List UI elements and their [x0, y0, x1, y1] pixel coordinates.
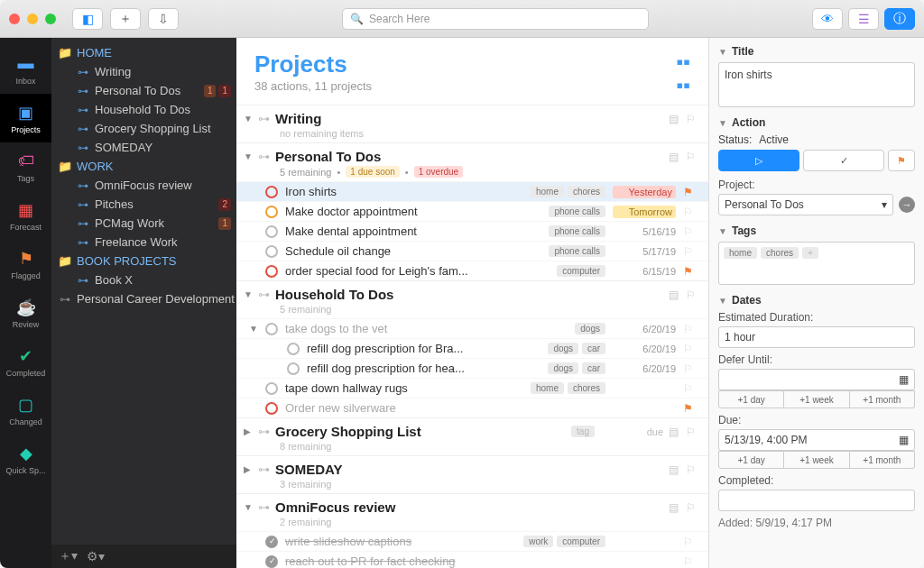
- task-row[interactable]: Iron shirtshomechoresYesterday⚑: [236, 181, 708, 201]
- inspector-button[interactable]: ☰: [848, 8, 879, 30]
- status-active-button[interactable]: ▷: [718, 150, 799, 171]
- task-row[interactable]: Make doctor appointmentphone callsTomorr…: [236, 201, 708, 221]
- defer-plus-month[interactable]: +1 month: [850, 390, 915, 408]
- calendar-icon[interactable]: ▦: [899, 373, 909, 386]
- status-circle-icon[interactable]: [265, 402, 278, 415]
- status-circle-icon[interactable]: [287, 343, 300, 355]
- nav-completed[interactable]: ✔Completed: [0, 337, 51, 386]
- chevron-down-icon[interactable]: ▼: [244, 151, 253, 161]
- tree-folder-home[interactable]: 📁HOME: [51, 43, 236, 62]
- status-circle-icon[interactable]: [265, 186, 278, 198]
- nav-flagged[interactable]: ⚑Flagged: [0, 240, 51, 289]
- tree-item-career[interactable]: ⊶Personal Career Development: [51, 289, 236, 308]
- status-circle-icon[interactable]: [265, 265, 278, 278]
- flag-icon[interactable]: ⚐: [686, 113, 696, 125]
- task-row[interactable]: write slideshow captionsworkcomputer⚐: [236, 531, 708, 551]
- chevron-down-icon[interactable]: ▼: [244, 114, 253, 124]
- flag-icon[interactable]: ⚑: [683, 186, 696, 198]
- due-plus-day[interactable]: +1 day: [718, 451, 784, 469]
- flag-icon[interactable]: ⚑: [683, 265, 696, 278]
- calendar-icon[interactable]: ▦: [899, 434, 909, 446]
- flag-icon[interactable]: ⚐: [683, 555, 696, 568]
- flag-icon[interactable]: ⚐: [686, 426, 696, 438]
- note-icon[interactable]: ▤: [669, 501, 679, 514]
- chevron-down-icon[interactable]: ▼: [718, 118, 727, 128]
- tree-item-bookx[interactable]: ⊶Book X: [51, 270, 236, 289]
- flag-icon[interactable]: ⚐: [686, 501, 696, 514]
- tree-folder-book[interactable]: 📁BOOK PROJECTS: [51, 252, 236, 270]
- flag-icon[interactable]: ⚐: [686, 289, 696, 301]
- tree-item-freelance[interactable]: ⊶Freelance Work: [51, 233, 236, 252]
- chevron-down-icon[interactable]: ▼: [718, 47, 727, 57]
- tree-item-household[interactable]: ⊶Household To Dos: [51, 100, 236, 119]
- status-completed-button[interactable]: ✓: [803, 150, 884, 171]
- tree-item-pcmag[interactable]: ⊶PCMag Work1: [51, 214, 236, 233]
- chevron-down-icon[interactable]: ▼: [718, 296, 727, 306]
- tags-input[interactable]: home chores +: [718, 242, 915, 285]
- nav-tags[interactable]: 🏷Tags: [0, 142, 51, 191]
- flag-icon[interactable]: ⚐: [683, 343, 696, 355]
- task-row[interactable]: reach out to PR for fact checking⚐: [236, 551, 708, 568]
- chevron-down-icon[interactable]: ▼: [249, 324, 258, 334]
- task-row[interactable]: Schedule oil changephone calls5/17/19⚐: [236, 241, 708, 261]
- download-button[interactable]: ⇩: [148, 8, 179, 30]
- nav-review[interactable]: ☕Review: [0, 289, 51, 337]
- project-header-grocery[interactable]: ▶ ⊶ Grocery Shopping List tag due ▤⚐: [236, 418, 708, 441]
- goto-project-button[interactable]: →: [899, 197, 915, 213]
- zoom-icon[interactable]: [45, 14, 56, 24]
- defer-input[interactable]: ▦: [718, 369, 915, 390]
- tree-folder-work[interactable]: 📁WORK: [51, 157, 236, 176]
- flag-icon[interactable]: ⚐: [683, 225, 696, 238]
- flag-icon[interactable]: ⚐: [686, 463, 696, 476]
- project-header-household[interactable]: ▼ ⊶ Household To Dos ▤⚐: [236, 281, 708, 304]
- nav-inbox[interactable]: ▬Inbox: [0, 45, 51, 94]
- nav-projects[interactable]: ▣Projects: [0, 94, 51, 142]
- search-input[interactable]: 🔍 Search Here: [342, 8, 649, 30]
- task-row[interactable]: refill dog prescription for hea...dogsca…: [236, 358, 708, 378]
- task-row[interactable]: refill dog prescription for Bra...dogsca…: [236, 338, 708, 358]
- task-row[interactable]: tape down hallway rugshomechores⚐: [236, 378, 708, 398]
- status-circle-icon[interactable]: [265, 323, 278, 335]
- defer-plus-week[interactable]: +1 week: [784, 390, 849, 408]
- flag-icon[interactable]: ⚐: [683, 323, 696, 335]
- flag-toggle-button[interactable]: ⚑: [888, 150, 915, 171]
- info-button[interactable]: ⓘ: [884, 8, 915, 30]
- new-button[interactable]: ＋: [110, 8, 141, 30]
- note-icon[interactable]: ▤: [669, 463, 679, 476]
- flag-icon[interactable]: ⚐: [683, 362, 696, 375]
- status-circle-icon[interactable]: [287, 362, 300, 375]
- title-input[interactable]: Iron shirts: [718, 62, 915, 107]
- toggle-sidebar-button[interactable]: ◧: [72, 8, 103, 30]
- task-row[interactable]: order special food for Leigh's fam...com…: [236, 261, 708, 280]
- chevron-down-icon[interactable]: ▼: [244, 502, 253, 512]
- project-header-omnifocus[interactable]: ▼ ⊶ OmniFocus review ▤⚐: [236, 494, 708, 517]
- status-circle-icon[interactable]: [265, 245, 278, 258]
- gear-icon[interactable]: ⚙▾: [87, 549, 105, 563]
- defer-plus-day[interactable]: +1 day: [718, 390, 784, 408]
- project-header-personal[interactable]: ▼ ⊶ Personal To Dos ▤⚐: [236, 143, 708, 166]
- project-header-writing[interactable]: ▼ ⊶ Writing ▤⚐: [236, 105, 708, 128]
- project-select[interactable]: Personal To Dos▾: [718, 194, 893, 215]
- status-circle-icon[interactable]: [265, 555, 278, 568]
- due-plus-week[interactable]: +1 week: [784, 451, 849, 469]
- add-tag-icon[interactable]: +: [802, 247, 818, 259]
- tree-item-omnifocus[interactable]: ⊶OmniFocus review: [51, 176, 236, 195]
- flag-icon[interactable]: ⚐: [683, 382, 696, 395]
- nav-forecast[interactable]: ▦Forecast: [0, 191, 51, 240]
- flag-icon[interactable]: ⚐: [683, 206, 696, 218]
- add-icon[interactable]: ＋▾: [59, 548, 78, 564]
- task-row[interactable]: Make dental appointmentphone calls5/16/1…: [236, 221, 708, 241]
- flag-icon[interactable]: ⚐: [683, 536, 696, 548]
- status-circle-icon[interactable]: [265, 225, 278, 238]
- note-icon[interactable]: ▤: [669, 426, 679, 438]
- status-circle-icon[interactable]: [265, 536, 278, 548]
- close-icon[interactable]: [9, 14, 20, 24]
- tree-item-pitches[interactable]: ⊶Pitches2: [51, 195, 236, 214]
- chevron-down-icon[interactable]: ▼: [244, 289, 253, 299]
- nav-changed[interactable]: ▢Changed: [0, 386, 51, 435]
- flag-icon[interactable]: ⚐: [686, 151, 696, 163]
- minimize-icon[interactable]: [27, 14, 38, 24]
- note-icon[interactable]: ▤: [669, 151, 679, 163]
- completed-input[interactable]: [718, 490, 915, 511]
- note-icon[interactable]: ▤: [669, 289, 679, 301]
